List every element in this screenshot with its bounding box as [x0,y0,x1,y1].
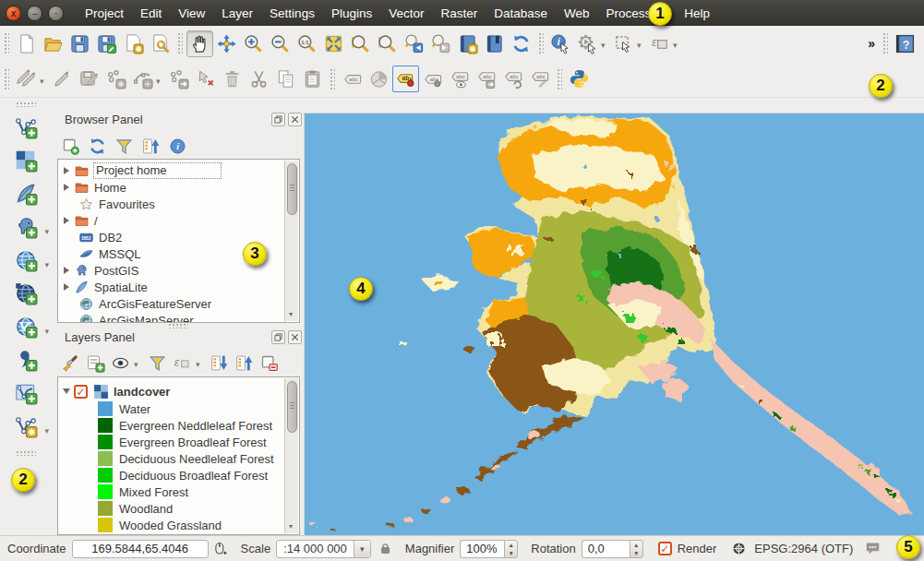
toolbar-handle[interactable] [882,32,888,54]
expand-icon[interactable] [64,167,69,174]
collapse-all-layers-button[interactable] [233,352,255,374]
browser-item-project-home[interactable]: Project home [58,162,299,179]
browser-item-db2[interactable]: DB2 [58,229,299,245]
chevron-down-icon[interactable] [354,541,370,557]
layer-styling-button[interactable] [59,352,81,374]
new-temporary-scratch-layer-button[interactable] [0,410,52,443]
identify-features-button[interactable] [547,30,574,57]
layer-diagram-options-button[interactable] [419,66,446,92]
chevron-down-icon[interactable] [196,354,205,371]
python-console-button[interactable] [566,66,593,92]
toolbar-handle[interactable] [557,68,562,90]
add-circular-string-button[interactable] [129,66,156,92]
chevron-down-icon[interactable] [601,35,610,52]
browser-item-postgis[interactable]: PostGIS [58,262,299,279]
scroll-down-arrow[interactable] [286,522,295,531]
toolbar-handle[interactable] [330,68,335,90]
zoom-in-button[interactable] [240,30,267,57]
toolbar-handle[interactable] [16,101,36,107]
show-hide-labels-button[interactable] [446,66,473,92]
window-minimize-button[interactable]: – [27,6,42,21]
magnifier-input[interactable] [460,540,504,558]
move-label-button[interactable] [473,66,499,92]
layers-scrollbar[interactable] [284,378,298,533]
remove-layer-button[interactable] [258,352,280,374]
collapse-all-button[interactable] [139,135,162,157]
menu-help[interactable]: Help [676,2,718,25]
save-layer-edits-button[interactable] [76,66,102,92]
add-wfs-layer-button[interactable] [0,310,52,343]
current-edits-button[interactable] [13,66,40,92]
move-feature-button[interactable] [165,66,192,92]
menu-edit[interactable]: Edit [132,2,170,25]
messages-icon[interactable] [864,540,882,557]
expand-icon[interactable] [64,283,69,291]
magnifier-spinbox[interactable] [460,540,518,558]
menu-plugins[interactable]: Plugins [323,2,380,25]
help-button[interactable] [892,30,918,57]
chevron-down-icon[interactable] [40,71,49,88]
menu-view[interactable]: View [170,2,213,25]
new-project-button[interactable] [13,30,40,57]
collapse-icon[interactable] [63,388,70,394]
browser-panel-close-button[interactable] [288,113,302,126]
node-tool-button[interactable] [192,66,219,92]
scrollbar-thumb[interactable] [287,163,297,215]
toolbar-handle[interactable] [16,450,36,456]
crs-status[interactable]: EPSG:2964 (OTF) [754,542,853,555]
paste-features-button[interactable] [299,66,326,92]
menu-project[interactable]: Project [77,2,132,25]
zoom-to-layer-button[interactable] [374,30,401,57]
filter-by-expression-button[interactable] [171,352,193,374]
add-feature-button[interactable] [102,66,129,92]
toolbar-handle[interactable] [538,32,544,54]
refresh-browser-button[interactable] [86,135,108,157]
add-group-button[interactable] [84,352,106,374]
run-feature-action-button[interactable] [574,30,601,57]
zoom-next-button[interactable] [427,30,454,57]
add-selected-layers-button[interactable] [59,135,81,157]
browser-item-arcgis-featureserver[interactable]: ArcGisFeatureServer [58,295,299,312]
browser-scrollbar[interactable] [284,161,298,321]
pan-to-selection-button[interactable] [213,30,240,57]
select-by-expression-button[interactable] [646,30,673,57]
add-postgis-layer-button[interactable] [0,210,52,244]
coordinate-input[interactable] [72,540,209,558]
toolbar-overflow-button[interactable]: » [864,36,879,51]
zoom-last-button[interactable] [401,30,427,57]
zoom-full-button[interactable] [320,30,347,57]
rotation-input[interactable] [582,540,630,558]
layer-labeling-options-button[interactable] [392,66,419,92]
chevron-down-icon[interactable] [637,35,646,52]
pan-map-button[interactable] [186,30,213,57]
label-options-button[interactable] [339,66,366,92]
chevron-down-icon[interactable] [44,321,49,338]
window-close-button[interactable]: x [6,6,21,21]
expand-icon[interactable] [64,267,69,274]
add-wms-wmts-layer-button[interactable] [0,244,52,277]
spin-down-icon[interactable] [630,549,642,557]
new-bookmark-button[interactable] [454,30,481,57]
menu-settings[interactable]: Settings [261,2,323,25]
browser-item-root[interactable]: / [58,212,299,229]
new-shapefile-layer-button[interactable] [0,376,52,410]
add-raster-layer-button[interactable] [0,144,52,177]
chevron-down-icon[interactable] [156,71,165,88]
chevron-down-icon[interactable] [673,35,682,52]
filter-legend-button[interactable] [146,352,168,374]
zoom-native-button[interactable] [294,30,320,57]
add-delimited-text-layer-button[interactable] [0,343,52,376]
render-checkbox[interactable] [658,542,672,555]
scrollbar-thumb[interactable] [287,381,297,433]
menu-raster[interactable]: Raster [432,2,486,25]
toolbar-handle[interactable] [177,32,183,54]
browser-item-spatialite[interactable]: SpatiaLite [58,279,299,295]
layer-item-landcover[interactable]: landcover [58,382,299,400]
expand-icon[interactable] [64,217,69,224]
expand-icon[interactable] [64,184,69,191]
change-label-button[interactable] [526,66,553,92]
expand-all-button[interactable] [208,352,230,374]
zoom-to-selection-button[interactable] [347,30,374,57]
layer-visibility-checkbox[interactable] [74,385,88,399]
menu-database[interactable]: Database [486,2,556,25]
